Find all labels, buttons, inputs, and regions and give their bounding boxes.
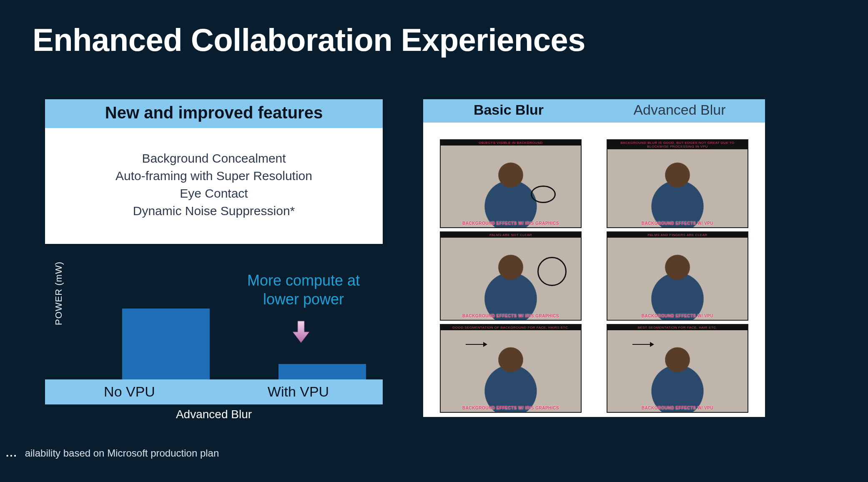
features-header: New and improved features: [45, 99, 383, 128]
person-silhouette-icon: [469, 342, 553, 412]
compare-title-basic: Basic Blur: [423, 99, 594, 123]
compare-title-advanced: Advanced Blur: [594, 99, 765, 123]
feature-item: Background Concealment: [53, 150, 374, 167]
comparison-body: Objects visible in background Background…: [423, 123, 765, 417]
y-axis-label: POWER (mW): [53, 261, 64, 325]
annotation-arrow-icon: [466, 344, 487, 345]
advanced-blur-sample: Background blur is good, but edges not g…: [607, 139, 748, 228]
sample-caption-bottom: Background effects w/ VPU: [607, 312, 748, 320]
comparison-card: Basic Blur Advanced Blur Objects visible…: [423, 99, 765, 417]
basic-blur-column: Objects visible in background Background…: [440, 139, 582, 413]
person-silhouette-icon: [635, 342, 720, 412]
advanced-blur-sample: Palms and fingers are clear Background e…: [607, 231, 748, 320]
annotation-circle-icon: [537, 257, 567, 286]
basic-blur-sample: Objects visible in background Background…: [440, 139, 582, 228]
sample-caption-top: Background blur is good, but edges not g…: [607, 140, 748, 149]
annotation-circle-icon: [531, 186, 556, 203]
sample-caption-top: Best segmentation for face, hair etc.: [607, 325, 748, 330]
x-label-no-vpu: No VPU: [45, 379, 214, 404]
annotation-arrow-icon: [632, 344, 653, 345]
sample-caption-bottom: Background effects w/ VPU: [607, 219, 748, 227]
sample-caption-top: Palms are not clear: [441, 232, 581, 238]
sample-caption-top: Objects visible in background: [441, 140, 581, 146]
sample-caption-bottom: Background effects w/ VPU: [607, 404, 748, 412]
features-card: New and improved features Background Con…: [45, 99, 383, 244]
footer-note: ailability based on Microsoft production…: [25, 447, 219, 459]
sample-caption-bottom: Background effects w/ Iris Graphics: [441, 312, 581, 320]
x-label-with-vpu: With VPU: [214, 379, 383, 404]
bar-with-vpu: [278, 364, 366, 379]
bar-no-vpu: [122, 309, 210, 379]
bars-zone: [74, 259, 383, 379]
sample-caption-top: Palms and fingers are clear: [607, 232, 748, 238]
basic-blur-sample: Good segmentation of background for face…: [440, 324, 582, 413]
advanced-blur-sample: Best segmentation for face, hair etc. Ba…: [607, 324, 748, 413]
footer: ... ailability based on Microsoft produc…: [0, 447, 219, 459]
sample-caption-bottom: Background effects w/ Iris Graphics: [441, 219, 581, 227]
page-title: Enhanced Collaboration Experiences: [33, 22, 585, 58]
person-silhouette-icon: [635, 158, 720, 227]
person-silhouette-icon: [469, 250, 553, 319]
comparison-header: Basic Blur Advanced Blur: [423, 99, 765, 123]
feature-item: Eye Contact: [53, 185, 374, 202]
x-axis-labels: No VPU With VPU: [45, 379, 383, 404]
person-silhouette-icon: [635, 250, 720, 319]
basic-blur-sample: Palms are not clear Background effects w…: [440, 231, 582, 320]
chart-title: Advanced Blur: [45, 408, 383, 421]
slide: Enhanced Collaboration Experiences New a…: [0, 0, 868, 482]
feature-item: Auto-framing with Super Resolution: [53, 167, 374, 185]
advanced-blur-column: Background blur is good, but edges not g…: [607, 139, 748, 413]
features-list: Background Concealment Auto-framing with…: [45, 128, 383, 244]
feature-item: Dynamic Noise Suppression*: [53, 202, 374, 220]
power-chart: POWER (mW) More compute at lower power N…: [45, 259, 383, 421]
ellipsis-icon[interactable]: ...: [3, 447, 20, 459]
sample-caption-bottom: Background effects w/ Iris Graphics: [441, 404, 581, 412]
sample-caption-top: Good segmentation of background for face…: [441, 325, 581, 330]
